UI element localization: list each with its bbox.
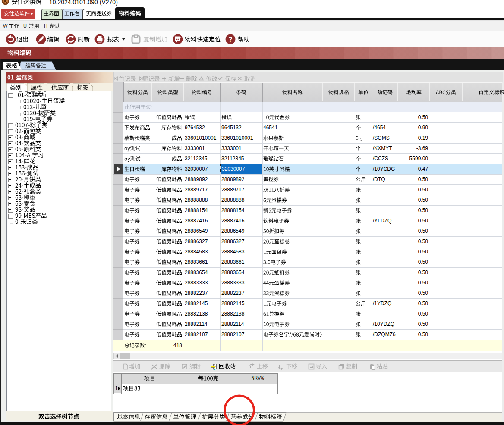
svg-text:?: ? [228,36,233,43]
